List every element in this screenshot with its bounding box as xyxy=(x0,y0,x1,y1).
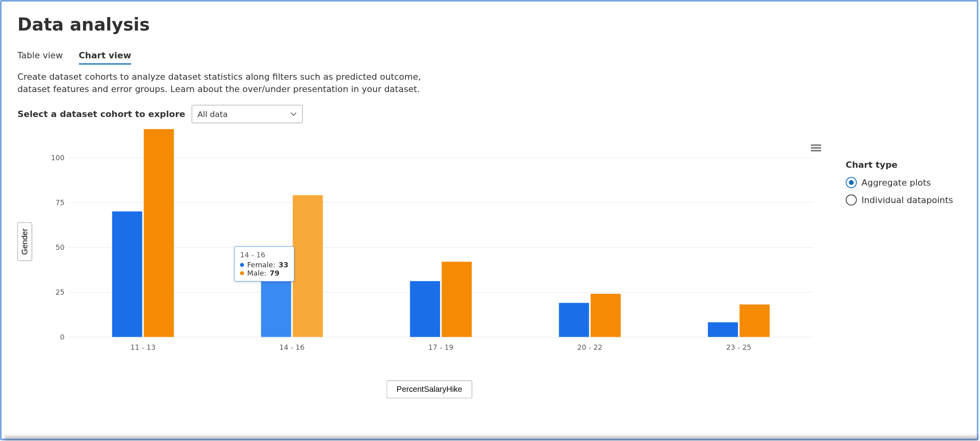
radio-aggregate-plots[interactable]: Aggregate plots xyxy=(845,177,953,188)
x-tick-label: 14 - 16 xyxy=(279,343,305,351)
x-tick-label: 17 - 19 xyxy=(428,343,453,351)
description-text: Create dataset cohorts to analyze datase… xyxy=(17,71,453,95)
tooltip-title: 14 - 16 xyxy=(240,251,288,259)
panel-shadow xyxy=(4,436,979,441)
tooltip-value: 33 xyxy=(279,261,288,269)
bar-female[interactable] xyxy=(410,281,440,337)
radio-label: Individual datapoints xyxy=(861,195,953,205)
view-tabs: Table view Chart view xyxy=(17,50,961,65)
data-analysis-panel: Data analysis Table view Chart view Crea… xyxy=(0,0,978,440)
tooltip-series: Female: xyxy=(247,261,275,269)
plot-area[interactable]: 025507510011 - 1314 - 1617 - 1920 - 2223… xyxy=(37,131,813,353)
radio-individual-datapoints[interactable]: Individual datapoints xyxy=(845,194,953,205)
x-axis-row: PercentSalaryHike xyxy=(41,380,818,398)
cohort-selector-row: Select a dataset cohort to explore All d… xyxy=(17,105,961,123)
bar-male[interactable] xyxy=(442,262,472,337)
bar-male[interactable] xyxy=(293,196,323,337)
legend-dot-icon xyxy=(240,271,244,275)
y-tick-label: 100 xyxy=(45,153,65,162)
y-tick-label: 25 xyxy=(45,288,65,296)
bar-female[interactable] xyxy=(559,303,589,337)
tooltip-row: Male: 79 xyxy=(240,269,288,277)
radio-icon xyxy=(845,194,857,205)
x-tick-label: 23 - 25 xyxy=(726,343,751,351)
y-tick-label: 0 xyxy=(45,333,65,341)
y-tick-label: 50 xyxy=(45,243,65,251)
chart-row: Gender 025507510011 - 1314 - 1617 - 1920… xyxy=(17,131,961,353)
chart-tooltip: 14 - 16Female: 33Male: 79 xyxy=(234,246,294,282)
cohort-select-value: All data xyxy=(198,109,228,119)
grid-line xyxy=(69,247,813,247)
tooltip-row: Female: 33 xyxy=(240,261,288,269)
grid-line xyxy=(69,203,813,203)
bar-male[interactable] xyxy=(144,129,174,337)
tab-table-view[interactable]: Table view xyxy=(17,50,63,65)
chart-type-title: Chart type xyxy=(845,160,953,170)
bar-female[interactable] xyxy=(708,322,738,337)
bar-male[interactable] xyxy=(591,294,621,337)
y-axis-button[interactable]: Gender xyxy=(17,222,32,261)
bar-female[interactable] xyxy=(261,278,291,337)
tooltip-series: Male: xyxy=(247,269,267,277)
legend-dot-icon xyxy=(240,263,244,267)
grid-line xyxy=(69,337,813,337)
x-axis-button[interactable]: PercentSalaryHike xyxy=(387,380,472,398)
cohort-select[interactable]: All data xyxy=(192,105,303,123)
page-title: Data analysis xyxy=(17,14,961,35)
chart-type-panel: Chart type Aggregate plots Individual da… xyxy=(845,160,953,212)
tooltip-value: 79 xyxy=(270,269,280,277)
bar-chart[interactable]: 025507510011 - 1314 - 1617 - 1920 - 2223… xyxy=(69,131,813,337)
x-tick-label: 20 - 22 xyxy=(577,343,603,351)
y-tick-label: 75 xyxy=(45,198,65,207)
chevron-down-icon xyxy=(290,111,296,117)
bar-female[interactable] xyxy=(112,211,142,337)
grid-line xyxy=(69,292,813,292)
tab-chart-view[interactable]: Chart view xyxy=(79,50,131,65)
bar-male[interactable] xyxy=(740,305,770,337)
grid-line xyxy=(69,158,813,158)
radio-icon xyxy=(845,177,857,188)
cohort-label: Select a dataset cohort to explore xyxy=(17,109,185,119)
x-tick-label: 11 - 13 xyxy=(131,343,156,351)
radio-label: Aggregate plots xyxy=(861,178,931,188)
